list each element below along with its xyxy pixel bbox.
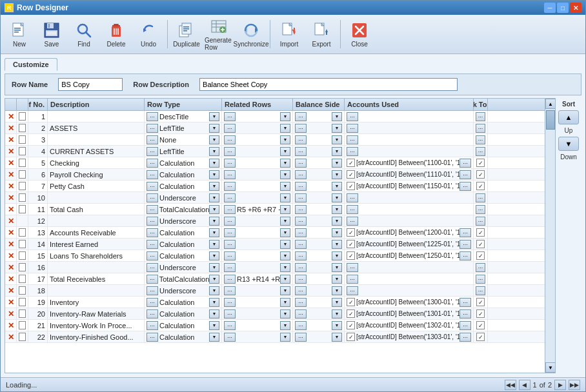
close-button[interactable]: Close xyxy=(345,17,374,51)
generate-row-button[interactable]: Generate Row xyxy=(204,17,234,51)
row-check[interactable] xyxy=(17,157,28,168)
link-check[interactable] xyxy=(476,309,485,318)
accounts-check[interactable] xyxy=(347,309,355,318)
accounts-check[interactable] xyxy=(347,182,355,190)
link-dots-button[interactable]: ··· xyxy=(476,135,485,144)
balance-dots-button[interactable]: ··· xyxy=(295,333,307,342)
accounts-dots-button[interactable]: ··· xyxy=(460,333,471,342)
prev-page-button[interactable]: ◀ xyxy=(519,380,530,390)
first-page-button[interactable]: ◀◀ xyxy=(505,380,516,390)
rowtype-dropdown[interactable]: ▼ xyxy=(209,309,219,318)
link-check[interactable] xyxy=(476,333,485,341)
row-delete-x[interactable]: ✕ xyxy=(5,320,17,331)
rowtype-dropdown[interactable]: ▼ xyxy=(209,193,219,202)
accounts-dots-button[interactable]: ··· xyxy=(347,275,358,284)
balance-dropdown[interactable]: ▼ xyxy=(332,182,342,191)
row-check[interactable] xyxy=(17,239,28,250)
link-check[interactable] xyxy=(476,170,485,179)
accounts-dots-button[interactable]: ··· xyxy=(347,147,358,156)
row-link[interactable]: ··· xyxy=(474,134,488,145)
related-dots-button[interactable]: ··· xyxy=(224,240,236,249)
balance-dropdown[interactable]: ▼ xyxy=(332,124,342,133)
accounts-dots-button[interactable]: ··· xyxy=(347,205,358,214)
scroll-down-button[interactable]: ▼ xyxy=(545,362,556,373)
related-dropdown[interactable]: ▼ xyxy=(280,333,290,342)
balance-dots-button[interactable]: ··· xyxy=(295,251,307,260)
link-dots-button[interactable]: ··· xyxy=(476,263,485,272)
row-link[interactable]: ··· xyxy=(474,262,488,273)
balance-dropdown[interactable]: ▼ xyxy=(332,298,342,307)
rowtype-dropdown[interactable]: ▼ xyxy=(209,205,219,214)
balance-dots-button[interactable]: ··· xyxy=(295,170,307,179)
related-dropdown[interactable]: ▼ xyxy=(280,112,290,121)
balance-dots-button[interactable]: ··· xyxy=(295,263,307,272)
balance-dropdown[interactable]: ▼ xyxy=(332,217,342,226)
new-button[interactable]: New xyxy=(5,17,34,51)
related-dropdown[interactable]: ▼ xyxy=(280,217,290,226)
last-page-button[interactable]: ▶▶ xyxy=(569,380,580,390)
balance-dropdown[interactable]: ▼ xyxy=(332,333,342,342)
vertical-scrollbar[interactable]: ▲ ▼ xyxy=(545,99,555,373)
balance-dots-button[interactable]: ··· xyxy=(295,112,307,121)
link-check[interactable] xyxy=(476,159,485,167)
related-dots-button[interactable]: ··· xyxy=(224,193,236,202)
rowtype-dots-button[interactable]: ··· xyxy=(146,135,158,144)
maximize-button[interactable]: □ xyxy=(557,3,569,13)
row-link[interactable] xyxy=(474,181,488,191)
link-check[interactable] xyxy=(476,182,485,190)
duplicate-button[interactable]: Duplicate xyxy=(172,17,201,51)
link-check[interactable] xyxy=(476,240,485,248)
link-dots-button[interactable]: ··· xyxy=(476,112,485,121)
accounts-dots-button[interactable]: ··· xyxy=(347,263,358,272)
accounts-dots-button[interactable]: ··· xyxy=(460,240,471,249)
balance-dropdown[interactable]: ▼ xyxy=(332,135,342,144)
rowtype-dropdown[interactable]: ▼ xyxy=(209,228,219,237)
row-check[interactable] xyxy=(17,308,28,319)
rowtype-dropdown[interactable]: ▼ xyxy=(209,286,219,295)
accounts-dots-button[interactable]: ··· xyxy=(347,286,358,295)
balance-dots-button[interactable]: ··· xyxy=(295,182,307,191)
related-dropdown[interactable]: ▼ xyxy=(280,193,290,202)
accounts-check[interactable] xyxy=(347,240,355,248)
balance-dropdown[interactable]: ▼ xyxy=(332,193,342,202)
related-dots-button[interactable]: ··· xyxy=(224,135,236,144)
accounts-dots-button[interactable]: ··· xyxy=(460,170,471,179)
accounts-check[interactable] xyxy=(347,159,355,167)
row-check[interactable] xyxy=(17,122,28,133)
accounts-dots-button[interactable]: ··· xyxy=(460,251,471,260)
balance-dropdown[interactable]: ▼ xyxy=(332,240,342,249)
rowtype-dropdown[interactable]: ▼ xyxy=(209,321,219,330)
row-link[interactable] xyxy=(474,157,488,168)
row-check[interactable] xyxy=(17,192,28,203)
rowtype-dropdown[interactable]: ▼ xyxy=(209,182,219,191)
accounts-dots-button[interactable]: ··· xyxy=(460,159,471,168)
accounts-dots-button[interactable]: ··· xyxy=(347,217,358,226)
accounts-dots-button[interactable]: ··· xyxy=(460,321,471,330)
row-check[interactable] xyxy=(17,134,28,145)
rowtype-dots-button[interactable]: ··· xyxy=(146,275,158,284)
row-check[interactable] xyxy=(17,320,28,331)
row-check[interactable] xyxy=(17,215,28,226)
accounts-dots-button[interactable]: ··· xyxy=(347,135,358,144)
rowtype-dots-button[interactable]: ··· xyxy=(146,205,158,214)
rowtype-dropdown[interactable]: ▼ xyxy=(209,124,219,133)
tab-customize[interactable]: Customize xyxy=(5,58,57,71)
related-dropdown[interactable]: ▼ xyxy=(280,147,290,156)
related-dropdown[interactable]: ▼ xyxy=(280,159,290,168)
close-window-button[interactable]: ✕ xyxy=(570,3,581,13)
balance-dots-button[interactable]: ··· xyxy=(295,321,307,330)
row-check[interactable] xyxy=(17,204,28,215)
rowtype-dropdown[interactable]: ▼ xyxy=(209,263,219,272)
balance-dropdown[interactable]: ▼ xyxy=(332,286,342,295)
rowtype-dots-button[interactable]: ··· xyxy=(146,182,158,191)
row-delete-x[interactable]: ✕ xyxy=(5,134,17,145)
accounts-dots-button[interactable]: ··· xyxy=(460,182,471,191)
related-dropdown[interactable]: ▼ xyxy=(280,170,290,179)
rowtype-dropdown[interactable]: ▼ xyxy=(209,135,219,144)
related-dots-button[interactable]: ··· xyxy=(224,217,236,226)
accounts-check[interactable] xyxy=(347,333,355,341)
row-name-input[interactable] xyxy=(58,78,123,91)
rowtype-dots-button[interactable]: ··· xyxy=(146,251,158,260)
save-button[interactable]: Save xyxy=(37,17,66,51)
balance-dropdown[interactable]: ▼ xyxy=(332,251,342,260)
